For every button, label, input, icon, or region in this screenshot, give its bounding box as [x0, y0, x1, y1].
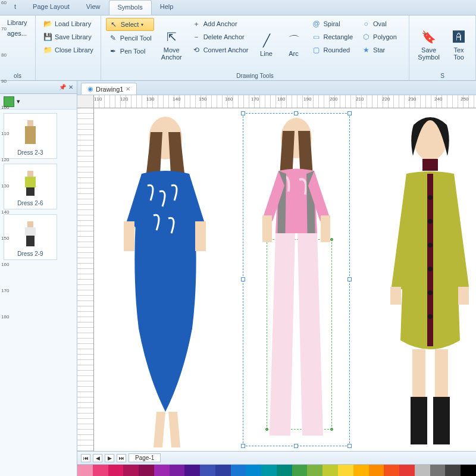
tab-view[interactable]: View — [78, 0, 109, 15]
color-swatch[interactable] — [123, 465, 139, 476]
color-swatch[interactable] — [277, 465, 292, 476]
arc-tool[interactable]: ⌒Arc — [282, 18, 306, 71]
ruler-tick: 210 — [356, 96, 364, 102]
save-symbol-icon: 🔖 — [421, 29, 437, 45]
color-swatch[interactable] — [353, 465, 369, 476]
page-next-button[interactable]: ▶ — [105, 454, 114, 462]
color-swatch[interactable] — [246, 465, 261, 476]
delete-anchor-icon: － — [192, 32, 201, 42]
figure-olive-coat[interactable] — [374, 114, 476, 447]
ruler-tick: 80 — [1, 52, 7, 58]
rounded-tool[interactable]: ▢Rounded — [309, 44, 356, 56]
convert-anchor-tool[interactable]: ⟲Convert Anchor — [189, 44, 251, 56]
star-tool[interactable]: ★Star — [359, 44, 399, 56]
group-label-ols: ols — [5, 71, 30, 79]
close-panel-icon[interactable]: ✕ — [68, 84, 73, 90]
close-library-button[interactable]: 📁Close Library — [40, 44, 96, 56]
canvas-container: 1101201301401501601701801902002102202302… — [77, 95, 476, 476]
ruler-tick: 110 — [1, 131, 9, 136]
color-swatch[interactable] — [369, 465, 384, 476]
color-swatch[interactable] — [338, 465, 353, 476]
ribbon-tabs: t Page Layout View Symbols Help — [0, 0, 476, 15]
color-swatch[interactable] — [108, 465, 124, 476]
save-library-button[interactable]: 💾Save Library — [40, 31, 96, 43]
polygon-tool[interactable]: ⬡Polygon — [359, 31, 399, 43]
page-last-button[interactable]: ⏭ — [117, 454, 126, 462]
document-tab[interactable]: ◉ Drawing1 ✕ — [81, 83, 137, 95]
color-swatch[interactable] — [231, 465, 246, 476]
select-tool[interactable]: ↖Select▾ — [106, 18, 154, 31]
svg-rect-15 — [422, 159, 438, 171]
color-swatch[interactable] — [184, 465, 200, 476]
ruler-tick: 150 — [1, 236, 9, 241]
svg-point-21 — [428, 290, 433, 295]
load-library-button[interactable]: 📂Load Library — [40, 18, 96, 30]
svg-point-18 — [428, 219, 433, 224]
library-thumb — [7, 217, 54, 249]
horizontal-ruler[interactable]: 1101201301401501601701801902002102202302… — [94, 95, 476, 108]
svg-rect-0 — [27, 120, 33, 126]
vertical-ruler[interactable]: 60708090100110120130140150160170180 — [77, 108, 94, 451]
pencil-tool[interactable]: ✎Pencil Tool — [106, 32, 154, 44]
svg-rect-1 — [25, 126, 36, 144]
oval-tool[interactable]: ○Oval — [359, 18, 399, 30]
color-swatch[interactable] — [215, 465, 231, 476]
side-library-button[interactable]: Library — [5, 18, 30, 27]
close-document-icon[interactable]: ✕ — [126, 86, 130, 92]
color-swatch[interactable] — [170, 465, 185, 476]
library-item-label: Dress 2-9 — [17, 250, 43, 257]
move-anchor-tool[interactable]: ⇱ Move Anchor — [158, 18, 186, 71]
convert-anchor-icon: ⟲ — [192, 45, 201, 55]
delete-anchor-tool[interactable]: －Delete Anchor — [189, 31, 251, 43]
library-item-dress-2-6[interactable]: Dress 2-6 — [4, 164, 57, 209]
figure-pink-outfit[interactable] — [246, 114, 347, 447]
pen-tool[interactable]: ✒Pen Tool — [106, 45, 154, 57]
color-swatch[interactable] — [307, 465, 322, 476]
color-swatch[interactable] — [384, 465, 399, 476]
color-swatch[interactable] — [139, 465, 154, 476]
color-swatch[interactable] — [261, 465, 277, 476]
tab-partial[interactable]: t — [6, 0, 24, 15]
color-swatch[interactable] — [445, 465, 461, 476]
ruler-tick: 170 — [1, 288, 9, 293]
text-icon: 🅰 — [450, 29, 467, 45]
spiral-tool[interactable]: @Spiral — [309, 18, 356, 30]
add-anchor-tool[interactable]: ＋Add Anchor — [189, 18, 251, 30]
page-tab[interactable]: Page-1 — [129, 453, 161, 462]
library-item-dress-2-9[interactable]: Dress 2-9 — [4, 214, 57, 260]
library-item-label: Dress 2-6 — [17, 200, 43, 206]
color-swatch[interactable] — [292, 465, 308, 476]
color-swatch[interactable] — [399, 465, 415, 476]
svg-rect-9 — [124, 221, 134, 251]
page-prev-button[interactable]: ◀ — [93, 454, 102, 462]
library-items[interactable]: Dress 2-3 Dress 2-6 Dress 2-9 — [0, 109, 77, 476]
ruler-tick: 180 — [1, 314, 9, 320]
tab-symbols[interactable]: Symbols — [109, 0, 152, 15]
canvas[interactable] — [94, 108, 476, 451]
tab-help[interactable]: Help — [152, 0, 182, 15]
color-swatch[interactable] — [415, 465, 430, 476]
color-swatch[interactable] — [93, 465, 108, 476]
library-item-dress-2-3[interactable]: Dress 2-3 — [4, 113, 57, 159]
line-tool[interactable]: ╱Line — [255, 18, 278, 71]
spiral-icon: @ — [312, 19, 321, 29]
color-swatch[interactable] — [77, 465, 93, 476]
panel-dropdown-icon[interactable]: ▾ — [17, 98, 20, 105]
figure-blue-dress[interactable] — [106, 114, 231, 447]
save-symbol-button[interactable]: 🔖Save Symbol — [414, 18, 443, 71]
text-tool-button[interactable]: 🅰Tex Too — [447, 18, 471, 71]
color-swatch[interactable] — [461, 465, 476, 476]
ruler-tick: 170 — [251, 96, 259, 102]
pin-icon[interactable]: 📌 — [59, 84, 66, 90]
tab-page-layout[interactable]: Page Layout — [24, 0, 78, 15]
library-thumb — [7, 116, 54, 148]
side-images-button[interactable]: ages... — [5, 29, 30, 38]
color-swatch[interactable] — [322, 465, 338, 476]
color-swatch[interactable] — [430, 465, 446, 476]
rectangle-tool[interactable]: ▭Rectangle — [309, 31, 356, 43]
color-swatch[interactable] — [154, 465, 170, 476]
document-title: Drawing1 — [96, 86, 123, 93]
color-swatch[interactable] — [200, 465, 215, 476]
document-area: ◉ Drawing1 ✕ 110120130140150160170180190… — [77, 81, 476, 476]
page-first-button[interactable]: ⏮ — [81, 454, 90, 462]
